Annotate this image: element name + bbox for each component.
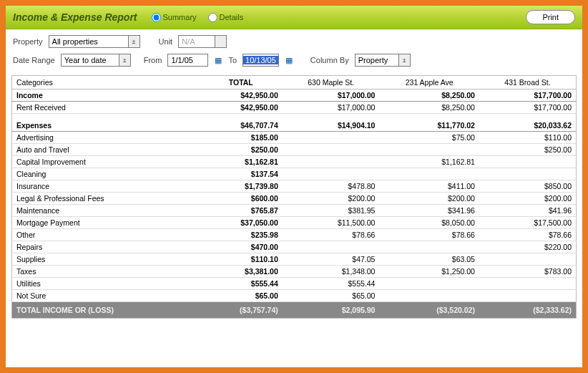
column-header: 231 Apple Ave <box>379 76 479 89</box>
cell <box>283 143 380 155</box>
cell: $46,707.74 <box>200 120 283 132</box>
cell: $110.00 <box>479 131 577 143</box>
table-footer-row: TOTAL INCOME OR (LOSS)($3,757.74)$2,095.… <box>12 301 577 318</box>
table-row: Maintenance$765.87$381.95$341.96$41.96 <box>12 204 577 216</box>
table-row: Taxes$3,381.00$1,348.00$1,250.00$783.00 <box>12 265 577 277</box>
table-row: Supplies$110.10$47.05$63.05 <box>12 253 577 265</box>
footer-cell: ($3,520.02) <box>379 301 479 318</box>
cell: $220.00 <box>479 241 577 253</box>
page-title: Income & Expense Report <box>13 11 137 23</box>
cell <box>379 168 479 180</box>
section-title: Expenses <box>12 120 200 132</box>
row-label: Capital Improvement <box>12 155 200 168</box>
cell <box>479 289 577 301</box>
row-label: Auto and Travel <box>12 143 200 155</box>
column-by-label: Column By <box>310 56 349 64</box>
table-header-row: CategoriesTOTAL630 Maple St.231 Apple Av… <box>12 76 577 89</box>
cell: $470.00 <box>200 241 283 253</box>
cell: $17,500.00 <box>479 216 577 228</box>
from-input[interactable] <box>168 54 207 66</box>
calendar-icon[interactable]: ▦ <box>283 54 295 66</box>
date-range-label: Date Range <box>13 56 55 64</box>
table-row: Other$235.98$78.66$78.66$78.66 <box>12 228 577 241</box>
cell <box>283 155 380 168</box>
cell: $200.00 <box>379 192 479 204</box>
column-by-combo[interactable]: ± <box>355 54 411 67</box>
cell <box>479 168 577 180</box>
from-label: From <box>144 56 162 64</box>
cell: $17,700.00 <box>479 102 577 114</box>
date-range-combo[interactable]: ± <box>61 54 131 67</box>
date-range-input[interactable] <box>62 54 119 66</box>
to-input[interactable]: 10/13/05 <box>243 56 278 64</box>
cell: $11,500.00 <box>283 216 380 228</box>
cell: $65.00 <box>283 289 380 301</box>
row-label: Maintenance <box>12 204 200 216</box>
radio-details[interactable]: Details <box>208 13 244 22</box>
cell <box>379 277 479 289</box>
row-label: Supplies <box>12 253 200 265</box>
footer-cell: $2,095.90 <box>283 301 380 318</box>
property-dropdown-btn[interactable]: ± <box>128 36 139 47</box>
cell <box>479 277 577 289</box>
table-row: Repairs$470.00$220.00 <box>12 241 577 253</box>
cell <box>283 241 380 253</box>
cell: $17,000.00 <box>283 102 380 114</box>
row-label: Mortgage Payment <box>12 216 200 228</box>
table-row: Legal & Professional Fees$600.00$200.00$… <box>12 192 577 204</box>
cell: $42,950.00 <box>200 89 283 102</box>
cell: $110.10 <box>200 253 283 265</box>
from-combo[interactable] <box>167 54 208 67</box>
date-range-dropdown-btn[interactable]: ± <box>119 54 130 66</box>
print-button[interactable]: Print <box>526 10 575 24</box>
unit-combo[interactable] <box>178 35 227 48</box>
cell <box>479 155 577 168</box>
row-label: Repairs <box>12 241 200 253</box>
unit-dropdown-btn[interactable] <box>215 36 226 47</box>
header-bar: Income & Expense Report Summary Details … <box>6 6 582 29</box>
cell: $411.00 <box>379 180 479 192</box>
column-header: 630 Maple St. <box>283 76 380 89</box>
unit-input[interactable] <box>179 36 215 47</box>
row-label: Utilities <box>12 277 200 289</box>
cell <box>479 253 577 265</box>
cell: $783.00 <box>479 265 577 277</box>
cell: $765.87 <box>200 204 283 216</box>
cell: $1,250.00 <box>379 265 479 277</box>
cell: $341.96 <box>379 204 479 216</box>
table-body: Income$42,950.00$17,000.00$8,250.00$17,7… <box>12 89 577 302</box>
cell: $250.00 <box>200 143 283 155</box>
cell: $8,050.00 <box>379 216 479 228</box>
column-header: Categories <box>12 76 200 89</box>
to-label: To <box>228 56 237 64</box>
cell <box>283 168 380 180</box>
view-radio-group: Summary Details <box>152 13 253 22</box>
cell: $250.00 <box>479 143 577 155</box>
radio-summary[interactable]: Summary <box>152 13 197 22</box>
table-row: Capital Improvement$1,162.81$1,162.81 <box>12 155 577 168</box>
property-input[interactable] <box>49 36 128 47</box>
column-by-input[interactable] <box>356 54 398 66</box>
cell: $200.00 <box>479 192 577 204</box>
cell <box>283 131 380 143</box>
cell: $3,381.00 <box>200 265 283 277</box>
cell: $47.05 <box>283 253 380 265</box>
cell: $235.98 <box>200 228 283 241</box>
cell: $555.44 <box>283 277 380 289</box>
calendar-icon[interactable]: ▦ <box>212 54 224 66</box>
row-label: Advertising <box>12 131 200 143</box>
section-header-row: Expenses$46,707.74$14,904.10$11,770.02$2… <box>12 120 577 132</box>
row-label: Rent Received <box>12 102 200 114</box>
row-label: Taxes <box>12 265 200 277</box>
column-header: TOTAL <box>200 76 283 89</box>
property-combo[interactable]: ± <box>49 35 140 48</box>
cell: $200.00 <box>283 192 380 204</box>
column-by-dropdown-btn[interactable]: ± <box>398 54 410 66</box>
footer-label: TOTAL INCOME OR (LOSS) <box>12 301 200 318</box>
cell: $8,250.00 <box>379 102 479 114</box>
to-combo[interactable]: 10/13/05 <box>242 54 279 67</box>
cell: $850.00 <box>479 180 577 192</box>
cell: $11,770.02 <box>379 120 479 132</box>
table-row: Utilities$555.44$555.44 <box>12 277 577 289</box>
cell: $8,250.00 <box>379 89 479 102</box>
